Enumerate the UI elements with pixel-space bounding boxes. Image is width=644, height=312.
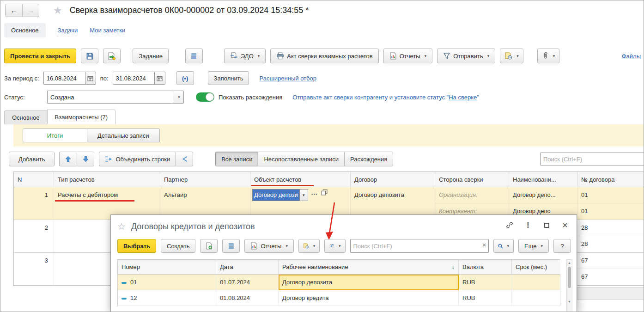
favorite-star-icon[interactable]: ★	[53, 5, 62, 17]
popup-select-button[interactable]: Выбрать	[117, 239, 156, 253]
popup-favorite-star-icon[interactable]: ☆	[117, 221, 126, 232]
choose-period-button[interactable]: (•)	[176, 71, 194, 85]
contract-row-1[interactable]: 01 01.07.2024 Договор депозита RUB	[118, 275, 560, 290]
hint-na-sverke-link[interactable]: На сверке	[449, 94, 477, 101]
post-and-close-button[interactable]: Провести и закрыть	[4, 49, 76, 63]
popup-create-group-button[interactable]	[200, 239, 218, 253]
files-link[interactable]: Файлы	[622, 53, 641, 60]
col-side[interactable]: Сторона сверки	[435, 172, 509, 187]
scroll-up-icon[interactable]: ▲	[567, 261, 572, 264]
contract-row-2[interactable]: 12 01.08.2024 Договор кредита RUB	[118, 290, 560, 306]
col-contract[interactable]: Договор	[351, 172, 435, 187]
pcol-date[interactable]: Дата	[216, 260, 279, 275]
show-discrepancies-toggle[interactable]	[196, 92, 214, 102]
tab-settlements[interactable]: Взаиморасчеты (7)	[47, 110, 115, 124]
pcol-term[interactable]: Срок (мес.)	[512, 260, 560, 275]
popup-search-input[interactable]	[350, 239, 489, 253]
object-dropdown-button[interactable]: ▾	[299, 190, 308, 201]
view-details-button[interactable]: Детальные записи	[87, 128, 160, 142]
copy-link-icon[interactable]	[504, 220, 516, 230]
popup-search-button[interactable]: ▾	[493, 239, 514, 253]
nav-tab-tasks[interactable]: Задачи	[58, 27, 78, 34]
contract1-name-selected-cell[interactable]: Договор депозита	[279, 275, 459, 290]
nav-tab-notes[interactable]: Мои заметки	[90, 27, 125, 34]
save-button[interactable]	[81, 49, 98, 63]
col-object[interactable]: Объект расчетов	[250, 172, 351, 187]
popup-reports-button[interactable]: Отчеты▾	[244, 239, 293, 253]
hint-suffix: "	[477, 94, 479, 101]
move-down-button[interactable]	[77, 152, 94, 166]
reminder-button[interactable]: ▾	[500, 49, 523, 63]
reports-button[interactable]: Отчеты▾	[383, 49, 432, 63]
merge-rows-button[interactable]: Объединить строки	[99, 152, 176, 166]
calendar-to-button[interactable]	[154, 72, 165, 85]
list-button[interactable]	[185, 49, 203, 63]
filter-all-label: Все записи	[221, 156, 252, 163]
advanced-filter-link[interactable]: Расширенный отбор	[259, 75, 316, 82]
filter-unmatched-records[interactable]: Несопоставленные записи	[258, 152, 344, 166]
scroll-down-icon[interactable]: ▼	[567, 300, 572, 303]
nav-tab-main[interactable]: Основное	[4, 23, 46, 37]
period-icon: (•)	[182, 75, 188, 82]
back-button[interactable]: ←	[6, 4, 22, 17]
view-totals-button[interactable]: Итоги	[23, 128, 87, 142]
col-partner[interactable]: Партнер	[160, 172, 250, 187]
pcol-number[interactable]: Номер	[118, 260, 216, 275]
send-button[interactable]: Отправить▾	[437, 49, 495, 63]
filter-all-records[interactable]: Все записи	[215, 152, 258, 166]
popup-more-button[interactable]: Еще▾	[518, 239, 549, 253]
col-n[interactable]: N	[14, 172, 54, 187]
attachments-button[interactable]: ▾	[537, 49, 560, 63]
filter-discrepancies[interactable]: Расхождения	[344, 152, 393, 166]
table-header-row: N Тип расчетов Партнер Объект расчетов Д…	[14, 172, 644, 187]
status-dropdown-button[interactable]: ▾	[173, 91, 184, 104]
object-edit-selected-text[interactable]: Договор депози	[253, 190, 299, 201]
popup-close-icon[interactable]: ×	[559, 220, 571, 230]
paperclip-icon	[542, 52, 549, 60]
col-number[interactable]: № договора	[577, 172, 644, 187]
object-open-button[interactable]	[321, 189, 328, 196]
period-to-input[interactable]	[113, 72, 154, 85]
maximize-icon[interactable]	[541, 220, 553, 230]
horizontal-scrollbar[interactable]	[577, 287, 644, 300]
col-type[interactable]: Тип расчетов	[54, 172, 160, 187]
sort-desc-icon: ↓	[452, 263, 455, 270]
hint-prefix: Отправьте акт сверки контрагенту и устан…	[292, 94, 449, 101]
popup-scrollbar[interactable]: ▲ ▼	[566, 259, 572, 312]
post-document-button[interactable]	[103, 49, 121, 63]
status-select[interactable]	[47, 91, 173, 104]
popup-search-clear-icon[interactable]: ×	[482, 241, 486, 248]
popup-export-button[interactable]: ▾	[324, 239, 345, 253]
split-rows-button[interactable]	[176, 152, 193, 166]
popup-reminder-button[interactable]: ▾	[298, 239, 320, 253]
title-bar: ← → ★ Сверка взаиморасчетов 0К00-000002 …	[5, 4, 309, 17]
move-up-button[interactable]	[59, 152, 77, 166]
edo-button[interactable]: ЭДО▾	[224, 49, 266, 63]
row2-num2: 28	[577, 236, 644, 252]
grid-search-input[interactable]	[540, 153, 644, 165]
period-from-input[interactable]	[43, 72, 85, 85]
pcol-currency[interactable]: Валюта	[459, 260, 512, 275]
fill-button[interactable]: Заполнить	[208, 71, 249, 85]
open-form-icon	[321, 189, 328, 196]
calendar-icon	[87, 75, 93, 81]
object-choose-button[interactable]: ...	[311, 189, 318, 196]
forward-button[interactable]: →	[22, 4, 39, 17]
task-button[interactable]: Задание	[133, 49, 169, 63]
attachments-caret-icon: ▾	[553, 54, 555, 58]
kebab-menu-icon[interactable]: ⋮	[522, 220, 534, 230]
act-button[interactable]: Акт сверки взаимных расчетов	[270, 49, 378, 63]
back-icon: ←	[11, 6, 18, 14]
status-row: Статус: ▾ Показать расхождения Отправьте…	[4, 91, 479, 104]
scrollbar-thumb[interactable]	[568, 267, 571, 288]
post-document-icon	[108, 52, 116, 60]
popup-help-button[interactable]: ?	[553, 239, 571, 253]
calendar-from-button[interactable]	[85, 72, 96, 85]
pcol-name[interactable]: Рабочее наименование ↓	[279, 260, 459, 275]
floppy-icon	[86, 52, 94, 60]
add-row-button[interactable]: Добавить	[9, 152, 55, 166]
popup-create-button[interactable]: Создать	[161, 239, 195, 253]
popup-list-button[interactable]	[222, 239, 240, 253]
col-name[interactable]: Наименовани...	[509, 172, 577, 187]
tab-main[interactable]: Основное	[4, 110, 48, 124]
